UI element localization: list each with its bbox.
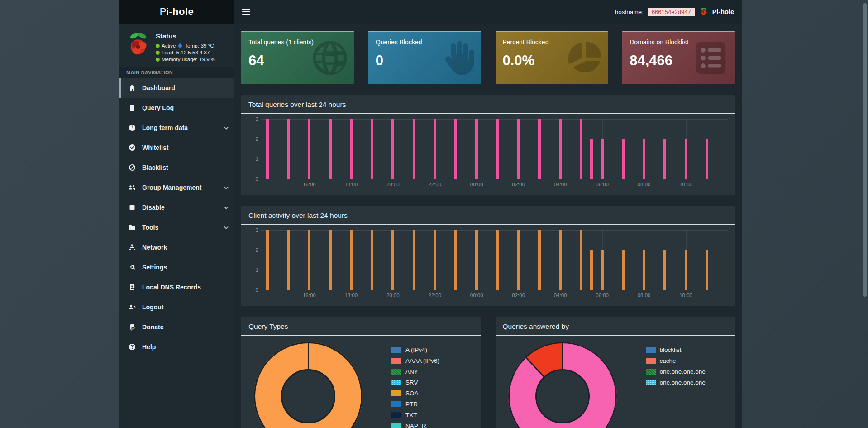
page-scrollbar[interactable] xyxy=(863,3,867,297)
y-axis-tick: 3 xyxy=(248,116,258,122)
x-axis-tick: 16:00 xyxy=(303,293,316,298)
x-axis-tick: 00:00 xyxy=(470,182,483,187)
bar xyxy=(496,230,499,290)
temperature-icon xyxy=(178,43,183,48)
sidebar-item-help[interactable]: Help xyxy=(119,337,234,357)
legend-item[interactable]: PTR xyxy=(391,401,439,408)
sidebar-toggle-icon[interactable] xyxy=(240,6,252,18)
panel-header: Query Types xyxy=(241,317,481,336)
legend-color-chip xyxy=(646,347,656,353)
bar xyxy=(538,119,541,179)
sidebar-item-donate[interactable]: Donate xyxy=(119,317,234,337)
x-axis-tick: 08:00 xyxy=(638,182,651,187)
bar xyxy=(643,139,645,179)
x-axis-tick: 04:00 xyxy=(554,293,567,298)
legend-item[interactable]: NAPTR xyxy=(391,423,439,428)
bar xyxy=(580,119,582,179)
top-navbar: Pi-hole hostname: 666154e2d947 Pi-hole xyxy=(119,0,742,24)
chevron-down-icon xyxy=(224,205,229,209)
legend-item[interactable]: SOA xyxy=(391,390,439,397)
gears-icon xyxy=(128,264,137,271)
x-axis-tick: 18:00 xyxy=(344,182,358,187)
plot-area: 0123 xyxy=(261,230,728,290)
sidebar-item-blacklist[interactable]: Blacklist xyxy=(119,158,234,178)
total-queries-chart[interactable]: 012316:0018:0020:0022:0000:0002:0004:000… xyxy=(261,119,728,189)
queries-answered-by-donut[interactable] xyxy=(508,342,617,428)
y-axis-tick: 1 xyxy=(248,156,258,162)
legend-item[interactable]: cache xyxy=(646,357,706,364)
legend-item[interactable]: blocklist xyxy=(646,346,706,353)
bar xyxy=(559,119,562,179)
hostname-label: hostname: xyxy=(615,9,644,15)
bar xyxy=(413,119,415,179)
legend-item[interactable]: SRV xyxy=(391,379,439,386)
sidebar-item-tools[interactable]: Tools xyxy=(119,217,234,237)
x-axis-tick: 22:00 xyxy=(428,182,441,187)
navbar-right: hostname: 666154e2d947 Pi-hole xyxy=(615,7,734,17)
legend-color-chip xyxy=(391,369,401,375)
stat-card-domains-blocklist: Domains on Blocklist 84,466 xyxy=(622,31,735,84)
pie-chart-icon xyxy=(564,38,603,77)
query-types-donut[interactable] xyxy=(254,342,362,428)
hostname-badge: 666154e2d947 xyxy=(648,8,695,16)
bar xyxy=(350,119,353,179)
y-axis-tick: 3 xyxy=(248,227,258,233)
legend-item[interactable]: one.one.one.one xyxy=(646,368,706,375)
app-logo[interactable]: Pi-hole xyxy=(119,0,234,24)
legend-item[interactable]: A (IPv4) xyxy=(391,346,439,353)
network-icon xyxy=(128,244,137,251)
sidebar-item-group-management[interactable]: Group Management xyxy=(119,178,234,197)
sidebar-item-query-log[interactable]: Query Log xyxy=(119,98,234,118)
x-axis-tick: 08:00 xyxy=(638,293,651,298)
legend-item[interactable]: TXT xyxy=(391,412,439,418)
donut-hole xyxy=(281,369,335,423)
raspberry-logo xyxy=(125,29,151,62)
legend-item[interactable]: one.one.one.one xyxy=(646,379,706,386)
legend-color-chip xyxy=(646,369,656,375)
sidebar-item-label: Disable xyxy=(142,204,165,211)
sidebar-item-network[interactable]: Network xyxy=(119,237,234,257)
sidebar-item-label: Network xyxy=(142,244,167,251)
bar xyxy=(643,250,645,290)
panel-title: Queries answered by xyxy=(503,322,569,330)
sidebar-item-settings[interactable]: Settings xyxy=(119,257,234,277)
status-ok-icon xyxy=(156,44,160,48)
bar xyxy=(559,230,562,290)
bar xyxy=(413,230,415,290)
legend-label: TXT xyxy=(405,412,417,418)
sidebar-item-disable[interactable]: Disable xyxy=(119,197,234,217)
sidebar-item-long-term-data[interactable]: Long term data xyxy=(119,118,234,138)
question-icon xyxy=(128,343,137,351)
bar xyxy=(329,119,332,179)
check-circle-icon xyxy=(128,144,137,151)
users-icon xyxy=(128,184,137,191)
x-axis-tick: 20:00 xyxy=(386,182,400,187)
sidebar-item-label: Group Management xyxy=(142,184,201,191)
x-axis-tick: 10:00 xyxy=(679,182,692,187)
bar xyxy=(391,119,394,179)
bar xyxy=(308,119,310,179)
sidebar-item-local-dns-records[interactable]: Local DNS Records xyxy=(119,277,234,297)
bar xyxy=(622,139,625,179)
x-axis-tick: 06:00 xyxy=(596,293,609,298)
chevron-down-icon xyxy=(224,185,229,189)
client-activity-chart[interactable]: 012316:0018:0020:0022:0000:0002:0004:000… xyxy=(261,230,728,300)
sidebar-item-whitelist[interactable]: Whitelist xyxy=(119,138,234,158)
legend-item[interactable]: ANY xyxy=(391,368,439,375)
legend-color-chip xyxy=(391,347,401,353)
panel-header: Total queries over last 24 hours xyxy=(241,95,735,114)
legend-item[interactable]: AAAA (IPv6) xyxy=(391,357,439,364)
logo-text-prefix: Pi- xyxy=(160,6,172,18)
bar xyxy=(517,119,520,179)
legend-color-chip xyxy=(391,412,401,418)
status-load-line: Load: 5.12 5.58 4.37 xyxy=(156,50,215,55)
sidebar-item-dashboard[interactable]: Dashboard xyxy=(119,78,234,98)
bar xyxy=(287,119,290,179)
stat-card-total-queries: Total queries (1 clients) 64 xyxy=(241,31,354,84)
bar xyxy=(580,230,582,290)
legend-color-chip xyxy=(391,358,401,364)
memory-ok-icon xyxy=(156,58,160,62)
sidebar-item-logout[interactable]: Logout xyxy=(119,297,234,317)
x-axis-tick: 04:00 xyxy=(554,182,567,187)
y-axis-tick: 2 xyxy=(248,136,258,142)
